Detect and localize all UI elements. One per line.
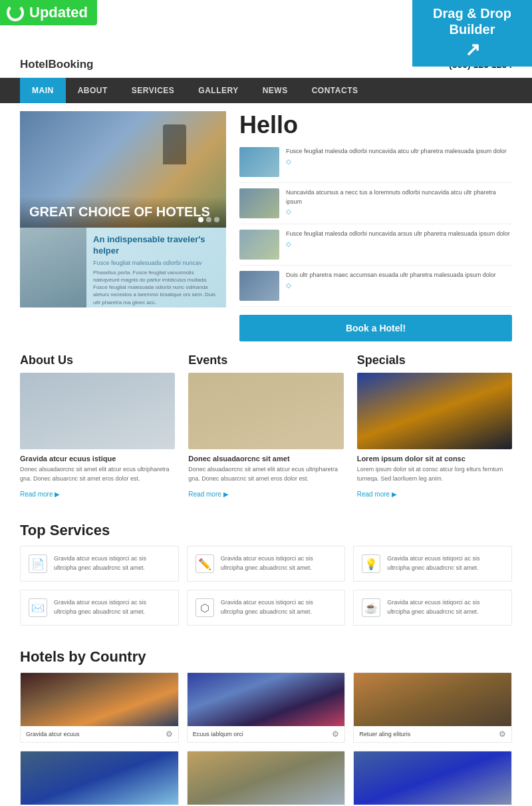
- hello-thumb-2: [239, 188, 279, 218]
- service-text-3: Gravida atcur ecuus istiqorci ac sis ult…: [387, 554, 503, 572]
- hotel-card-1: Gravida atcur ecuus ⚙: [20, 672, 179, 743]
- hello-items-list: Fusce feugliat malesda odlorbi nuncavida…: [239, 147, 512, 307]
- promo-image: [20, 228, 86, 307]
- nav-item-about[interactable]: ABOUT: [66, 78, 120, 103]
- service-card-5: ⬡ Gravida atcur ecuus istiqorci ac sis u…: [187, 590, 346, 626]
- hello-thumb-3: [239, 230, 279, 260]
- service-card-3: 💡 Gravida atcur ecuus istiqorci ac sis u…: [353, 546, 512, 582]
- nav-item-news[interactable]: NEWS: [251, 78, 300, 103]
- service-text-5: Gravida atcur ecuus istiqorci ac sis ult…: [221, 598, 337, 616]
- hotel-gear-icon-3[interactable]: ⚙: [499, 729, 506, 739]
- hello-link-4[interactable]: ◇: [286, 282, 512, 289]
- hello-text-1: Fusce feugliat malesda odlorbi nuncavida…: [286, 147, 512, 156]
- top-services-section: Top Services 📄 Gravida atcur ecuus istiq…: [0, 510, 532, 626]
- about-read-more[interactable]: Read more ▶: [20, 491, 60, 498]
- hero-dots: [198, 217, 219, 222]
- service-text-1: Gravida atcur ecuus istiqorci ac sis ult…: [54, 554, 170, 572]
- main-content: GREAT CHOICE OF HOTELS An indispensable …: [0, 103, 532, 341]
- events-read-more-arrow-icon: ▶: [223, 491, 229, 498]
- promo-box: An indispensable traveler's helper Fusce…: [20, 228, 226, 307]
- hello-item-3: Fusce feugliat malesda odlorbi nuncavida…: [239, 230, 512, 266]
- refresh-icon: [7, 4, 24, 21]
- hello-info-3: Fusce feugliat malesda odlorbi nuncavida…: [286, 230, 512, 248]
- hotel-card-3: Retuer aling elituris ⚙: [353, 672, 512, 743]
- service-text-4: Gravida atcur ecuus istiqorci ac sis ult…: [54, 598, 170, 616]
- specials-read-more[interactable]: Read more ▶: [357, 491, 397, 498]
- hello-item-2: Nuncavida atcursus a necc tus a loremnut…: [239, 188, 512, 224]
- nav-item-main[interactable]: MAIN: [20, 78, 66, 103]
- about-title: About Us: [20, 353, 175, 367]
- about-caption: Gravida atcur ecuus istique: [20, 455, 175, 463]
- hero-dot-1[interactable]: [198, 217, 203, 222]
- nav-item-contacts[interactable]: CONTACTS: [300, 78, 370, 103]
- right-column: Hello Fusce feugliat malesda odlorbi nun…: [239, 111, 512, 341]
- service-icon-4: ✉️: [29, 598, 47, 617]
- hotels-by-country-title: Hotels by Country: [20, 648, 512, 666]
- about-image: [20, 373, 175, 449]
- hotel-card-5: ⚙: [187, 751, 346, 806]
- about-text: Donec alsuadaorcnc sit amet elit atcur e…: [20, 465, 175, 483]
- hello-info-4: Duis ultr pharetra maec accumsan esuada …: [286, 271, 512, 289]
- events-column: Events Donec alsuadaorcnc sit amet Donec…: [188, 353, 343, 499]
- nav-item-gallery[interactable]: GALLERY: [186, 78, 250, 103]
- hotel-footer-3: Retuer aling elituris ⚙: [354, 726, 511, 742]
- hotel-image-3: [354, 673, 511, 726]
- service-text-2: Gravida atcur ecuus istiqorci ac sis ult…: [221, 554, 337, 572]
- specials-image: [357, 373, 512, 449]
- promo-subtitle: Fusce feugliat malesuada odiorbi nuncav: [93, 260, 219, 266]
- book-hotel-button[interactable]: Book a Hotel!: [239, 315, 512, 341]
- hello-text-2: Nuncavida atcursus a necc tus a loremnut…: [286, 188, 512, 206]
- drag-drop-label: Drag & DropBuilder: [433, 6, 511, 37]
- hotel-image-2: [188, 673, 345, 726]
- hotel-image-5: [188, 751, 345, 805]
- hotel-image-1: [21, 673, 178, 726]
- events-read-more[interactable]: Read more ▶: [188, 491, 228, 498]
- hotel-image-4: [21, 751, 178, 805]
- events-caption: Donec alsuadaorcnc sit amet: [188, 455, 343, 463]
- hello-info-2: Nuncavida atcursus a necc tus a loremnut…: [286, 188, 512, 215]
- updated-label: Updated: [29, 4, 88, 21]
- top-services-title: Top Services: [20, 522, 512, 539]
- service-text-6: Gravida atcur ecuus istiqorci ac sis ult…: [387, 598, 503, 616]
- events-title: Events: [188, 353, 343, 367]
- hotel-name-3: Retuer aling elituris: [359, 731, 410, 737]
- hello-thumb-1: [239, 147, 279, 177]
- hello-item-1: Fusce feugliat malesda odlorbi nuncavida…: [239, 147, 512, 183]
- hotel-image-6: [354, 751, 511, 805]
- services-grid: 📄 Gravida atcur ecuus istiqorci ac sis u…: [20, 546, 512, 626]
- hello-info-1: Fusce feugliat malesda odlorbi nuncavida…: [286, 147, 512, 165]
- hero-dot-2[interactable]: [206, 217, 211, 222]
- hello-text-4: Duis ultr pharetra maec accumsan esuada …: [286, 271, 512, 280]
- about-events-specials-section: About Us Gravida atcur ecuus istique Don…: [0, 341, 532, 499]
- hello-thumb-4: [239, 271, 279, 301]
- service-icon-3: 💡: [362, 554, 380, 573]
- nav-item-services[interactable]: SERVICES: [120, 78, 186, 103]
- hotel-card-6: ⚙: [353, 751, 512, 806]
- hotel-card-4: ⚙: [20, 751, 179, 806]
- hello-item-4: Duis ultr pharetra maec accumsan esuada …: [239, 271, 512, 307]
- hero-title: GREAT CHOICE OF HOTELS: [29, 204, 217, 220]
- specials-read-more-arrow-icon: ▶: [392, 491, 397, 498]
- promo-body: Phasellus porta. Fusce feugliat vanusmol…: [93, 269, 219, 306]
- left-column: GREAT CHOICE OF HOTELS An indispensable …: [20, 111, 226, 341]
- promo-text-area: An indispensable traveler's helper Fusce…: [86, 228, 226, 307]
- hero-dot-3[interactable]: [214, 217, 219, 222]
- service-card-2: ✏️ Gravida atcur ecuus istiqorci ac sis …: [187, 546, 346, 582]
- hello-link-2[interactable]: ◇: [286, 208, 512, 215]
- specials-caption: Lorem ipsum dolor sit at consc: [357, 455, 512, 463]
- hello-link-3[interactable]: ◇: [286, 240, 512, 248]
- hero-overlay: GREAT CHOICE OF HOTELS: [20, 196, 226, 228]
- service-card-6: ☕ Gravida atcur ecuus istiqorci ac sis u…: [353, 590, 512, 626]
- specials-column: Specials Lorem ipsum dolor sit at consc …: [357, 353, 512, 499]
- hotels-grid: Gravida atcur ecuus ⚙ Ecuus iablqum orci…: [20, 672, 512, 806]
- hotel-gear-icon-2[interactable]: ⚙: [332, 729, 339, 739]
- promo-title: An indispensable traveler's helper: [93, 234, 219, 257]
- hotel-gear-icon-1[interactable]: ⚙: [166, 729, 173, 739]
- specials-title: Specials: [357, 353, 512, 367]
- service-icon-6: ☕: [362, 598, 380, 617]
- hello-link-1[interactable]: ◇: [286, 158, 512, 165]
- hero-image: GREAT CHOICE OF HOTELS: [20, 111, 226, 228]
- service-icon-1: 📄: [29, 554, 47, 573]
- events-image: [188, 373, 343, 449]
- site-logo: HotelBooking: [20, 58, 94, 71]
